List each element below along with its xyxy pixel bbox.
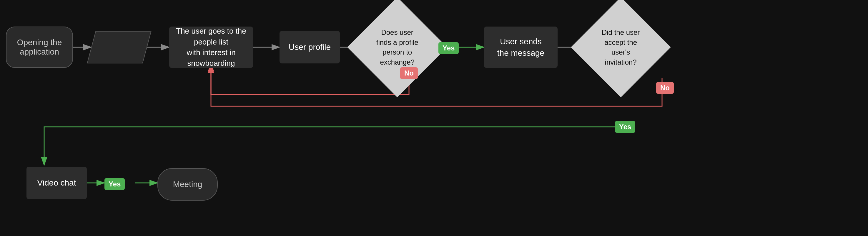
finds-profile-label: Does user finds a profile person to exch… bbox=[376, 27, 418, 67]
video-chat-label: Video chat bbox=[37, 178, 76, 188]
yes-badge-1: Yes bbox=[438, 42, 459, 54]
flowchart: Opening the application The user goes to… bbox=[0, 0, 868, 236]
finds-profile-node: Does user finds a profile person to exch… bbox=[347, 0, 447, 97]
people-list-node: The user goes to the people list with in… bbox=[169, 27, 253, 68]
user-profile-node: User profile bbox=[280, 31, 340, 63]
accepted-label: Did the user accept the user's invitatio… bbox=[602, 27, 640, 67]
video-chat-node: Video chat bbox=[27, 167, 87, 199]
no-badge-1: No bbox=[400, 67, 418, 79]
accepted-node: Did the user accept the user's invitatio… bbox=[571, 0, 671, 97]
parallelogram-node bbox=[87, 31, 151, 63]
yes-badge-2: Yes bbox=[615, 121, 635, 133]
people-list-label: The user goes to the people list with in… bbox=[174, 26, 249, 69]
sends-message-node: User sends the message bbox=[484, 27, 558, 68]
no-badge-2: No bbox=[656, 82, 674, 94]
sends-message-label: User sends the message bbox=[497, 36, 544, 59]
yes-badge-3: Yes bbox=[104, 178, 125, 190]
meeting-label: Meeting bbox=[173, 180, 203, 189]
user-profile-label: User profile bbox=[289, 43, 331, 52]
opening-label: Opening the application bbox=[17, 38, 62, 57]
meeting-node: Meeting bbox=[157, 168, 218, 201]
opening-node: Opening the application bbox=[6, 27, 73, 68]
